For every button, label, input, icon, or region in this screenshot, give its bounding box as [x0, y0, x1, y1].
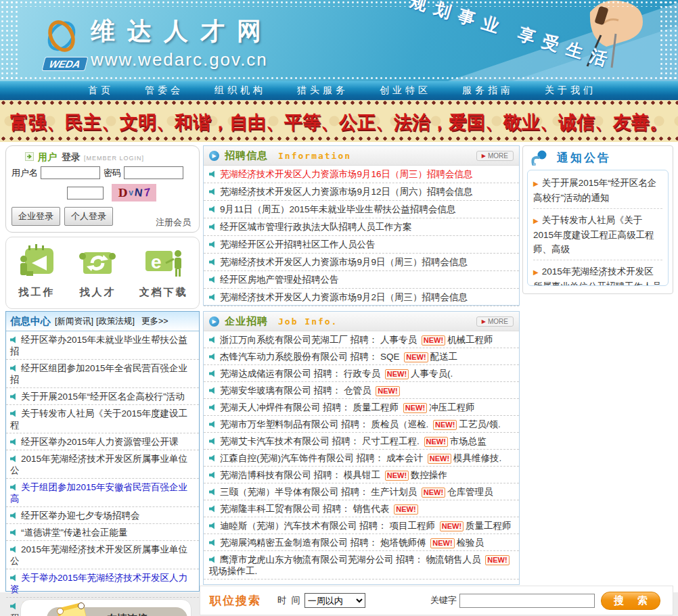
- job-info-item[interactable]: 杰锋汽车动力系统股份有限公司 招聘： SQE NEW!配送工: [204, 348, 519, 365]
- job-more-button[interactable]: ▶MORE: [476, 316, 514, 327]
- nav-item-2[interactable]: 组织机构: [214, 85, 266, 97]
- quick-link-0[interactable]: 找工作: [17, 244, 56, 308]
- notice-title: 通知公告: [557, 150, 611, 166]
- job-info-item[interactable]: 浙江万向系统有限公司芜湖工厂 招聘： 人事专员 NEW!机械工程师: [204, 331, 519, 348]
- captcha-char: 7: [143, 186, 151, 199]
- keyword-label: 关键字: [430, 594, 457, 607]
- megaphone-swirl-icon: [530, 149, 550, 168]
- notice-item[interactable]: ▶2015年芜湖经济技术开发区所属事业单位公开招聘工作人员进一: [533, 260, 662, 286]
- recruit-info-item[interactable]: 芜湖经开区公开招聘社区工作人员公告: [204, 236, 519, 254]
- info-center-item[interactable]: 关于转发市人社局《关于2015年度建设工程: [6, 405, 199, 433]
- news-text: 关于转发市人社局《关于2015年度建设工程: [10, 408, 187, 430]
- recruit-info-item[interactable]: 芜湖经济技术开发区人力资源市场9月16日（周三）招聘会信息: [204, 166, 519, 183]
- speaker-icon: [209, 522, 217, 529]
- recruit-info-item[interactable]: 芜湖经济技术开发区人力资源市场9月2日（周三）招聘会信息: [204, 289, 519, 306]
- info-center-item[interactable]: 经开区组团参加2015年全省民营百强企业招: [6, 360, 199, 388]
- news-text: 芜湖经济技术开发区人力资源市场9月2日（周三）招聘会信息: [220, 292, 468, 302]
- values-text: 富强、民主、文明、和谐，自由、平等、公正、法治，爱国、敬业、诚信、友善。: [0, 100, 678, 135]
- speaker-icon: [209, 454, 217, 462]
- job-info-item[interactable]: 江森自控(芜湖)汽车饰件有限公司 招聘： 成本会计 NEW!模具维修技.: [204, 450, 519, 467]
- news-text: 经开区举办2015年未就业毕业生帮扶公益招: [10, 335, 187, 356]
- info-center-item[interactable]: 关于组团参加2015年安徽省民营百强企业高: [6, 479, 199, 507]
- info-center-tab-1[interactable]: [政策法规]: [96, 316, 135, 327]
- job-position-2: 人事专员(.: [411, 369, 453, 379]
- quick-link-2[interactable]: e文档下载: [139, 244, 188, 308]
- speaker-icon: [10, 336, 18, 343]
- news-text: 关于组团参加2015年安徽省民营百强企业高: [10, 482, 187, 504]
- recruit-info-item[interactable]: 芜湖经济技术开发区人力资源市场9月9日（周三）招聘会信息: [204, 254, 519, 271]
- search-button[interactable]: 搜 索: [601, 592, 660, 610]
- speaker-icon: [209, 488, 217, 496]
- register-link[interactable]: 注册会员: [156, 216, 191, 229]
- nav-item-6[interactable]: 关于我们: [545, 85, 596, 97]
- nav-item-1[interactable]: 管委会: [145, 85, 183, 97]
- site-logo[interactable]: WEDA 维达人才网 www.wedarc.gov.cn: [42, 15, 273, 70]
- info-center-item[interactable]: 2015年芜湖经济技术开发区所属事业单位公: [6, 450, 199, 479]
- info-center-item[interactable]: “道德讲堂”传递社会正能量: [6, 524, 199, 541]
- info-center-item[interactable]: 经开区举办2015年人力资源管理公开课: [6, 433, 199, 450]
- recruit-info-item[interactable]: 芜湖经济技术开发区人力资源市场9月12日（周六）招聘会信息: [204, 183, 519, 201]
- speaker-icon: [209, 353, 217, 360]
- speaker-icon: [209, 505, 217, 513]
- job-info-item[interactable]: 芜湖展鸿精密五金制造有限公司 招聘： 炮塔铣师傅 NEW!检验员: [204, 534, 519, 551]
- info-center-item[interactable]: 经开区举办2015年未就业毕业生帮扶公益招: [6, 331, 199, 360]
- nav-item-4[interactable]: 创业特区: [380, 85, 431, 97]
- nav-item-3[interactable]: 猎头服务: [297, 85, 348, 97]
- news-text: 芜湖经济技术开发区人力资源市场9月9日（周三）招聘会信息: [220, 257, 468, 267]
- recruit-info-item[interactable]: 经开区房地产管理处招聘公告: [204, 271, 519, 289]
- speaker-icon: [209, 170, 217, 178]
- job-company-and-position: 芜湖安华玻璃有限公司 招聘： 仓管员: [220, 385, 374, 396]
- time-select[interactable]: 一周以内: [304, 593, 365, 608]
- job-info-item[interactable]: 芜湖浩博科技有限公司 招聘： 模具钳工 NEW!数控操作: [204, 467, 519, 483]
- new-badge: NEW!: [404, 352, 428, 362]
- job-position-2: 配送工: [430, 352, 458, 362]
- captcha-char: v: [129, 188, 133, 197]
- personal-login-button[interactable]: 个人登录: [64, 207, 113, 226]
- speaker-icon: [209, 241, 217, 248]
- password-label: 密码: [104, 167, 121, 179]
- job-position-2: 质量工程师: [466, 521, 512, 531]
- job-company-and-position: 芜湖市万华塑料制品有限公司 招聘： 质检员（巡检.: [220, 419, 431, 429]
- job-info-item[interactable]: 鹰潭市龙虎山东方物流有限公司芜湖分公司 招聘： 物流销售人员 NEW!现场操作工…: [204, 551, 519, 579]
- info-center-item[interactable]: 2015年芜湖经济技术开发区所属事业单位公: [6, 541, 199, 569]
- keyword-input[interactable]: [459, 594, 595, 608]
- captcha-input[interactable]: [67, 187, 104, 199]
- speaker-icon: [209, 437, 217, 445]
- info-center-item[interactable]: 经开区举办迎七夕专场招聘会: [6, 507, 199, 524]
- info-center-item[interactable]: 关于举办2015年芜湖经济技术开发区人力资: [6, 569, 199, 598]
- notice-item[interactable]: ▶关于开展2015年“经开区名企高校行”活动的通知: [533, 172, 662, 209]
- recruit-more-button[interactable]: ▶MORE: [476, 151, 514, 161]
- new-badge: NEW!: [440, 521, 464, 531]
- weda-globe-icon: [42, 19, 81, 58]
- info-center-tab-0[interactable]: [新闻资讯]: [55, 316, 93, 327]
- job-info-item[interactable]: 芜湖安华玻璃有限公司 招聘： 仓管员 NEW!: [204, 382, 519, 399]
- password-input[interactable]: [124, 166, 183, 179]
- job-info-item[interactable]: 芜湖艾卡汽车技术有限公司 招聘： 尺寸工程工程. NEW!市场总监: [204, 433, 519, 450]
- info-center-more-link[interactable]: 更多>>: [141, 316, 168, 327]
- job-info-item[interactable]: 芜湖达成储运有限公司 招聘： 行政专员 NEW!人事专员(.: [204, 365, 519, 382]
- quick-link-1[interactable]: 找人才: [78, 244, 117, 308]
- username-input[interactable]: [41, 166, 100, 179]
- job-info-item[interactable]: 芜湖隆丰科工贸有限公司 招聘： 销售代表 NEW!: [204, 500, 519, 517]
- recruit-info-panel: ▶ 招聘信息 Information ▶MORE 芜湖经济技术开发区人力资源市场…: [203, 145, 520, 306]
- login-title-login: 登录: [62, 151, 81, 164]
- job-info-item[interactable]: 芜湖天人冲焊件有限公司 招聘： 质量工程师 NEW!冲压工程师: [204, 399, 519, 416]
- notice-item[interactable]: ▶关于转发市人社局《关于2015年度建设工程正高级工程师、高级: [533, 209, 662, 260]
- recruit-info-item[interactable]: 9月11日（周五）2015年未就业毕业生帮扶公益招聘会信息: [204, 201, 519, 218]
- captcha-char: D: [118, 187, 127, 199]
- job-info-item[interactable]: 迪睦斯（芜湖）汽车技术有限公司 招聘： 项目工程师 NEW!质量工程师: [204, 517, 519, 534]
- nav-item-5[interactable]: 服务指南: [462, 85, 514, 97]
- quick-links-panel: 找工作找人才e文档下载: [5, 237, 200, 309]
- news-text: 2015年芜湖经济技术开发区所属事业单位公: [10, 454, 187, 475]
- job-info-item[interactable]: 三颐（芜湖）半导体有限公司 招聘： 生产计划员 NEW!仓库管理员: [204, 483, 519, 500]
- job-info-item[interactable]: 芜湖市万华塑料制品有限公司 招聘： 质检员（巡检. NEW!工艺员/领.: [204, 416, 519, 433]
- info-center-item[interactable]: 关于开展2015年“经开区名企高校行”活动: [6, 388, 199, 405]
- news-text: 关于举办2015年芜湖经济技术开发区人力资: [10, 573, 187, 594]
- recruit-info-item[interactable]: 经开区城市管理行政执法大队招聘人员工作方案: [204, 218, 519, 236]
- time-label: 时 间: [277, 594, 302, 607]
- job-position-2: 市场总监: [450, 436, 487, 446]
- job-info-header: ▶ 企业招聘 Job Info. ▶MORE: [204, 312, 519, 331]
- nav-item-0[interactable]: 首页: [88, 85, 114, 97]
- info-center-header: 信息中心 [新闻资讯][政策法规] 更多>>: [6, 312, 199, 331]
- company-login-button[interactable]: 企业登录: [12, 207, 60, 226]
